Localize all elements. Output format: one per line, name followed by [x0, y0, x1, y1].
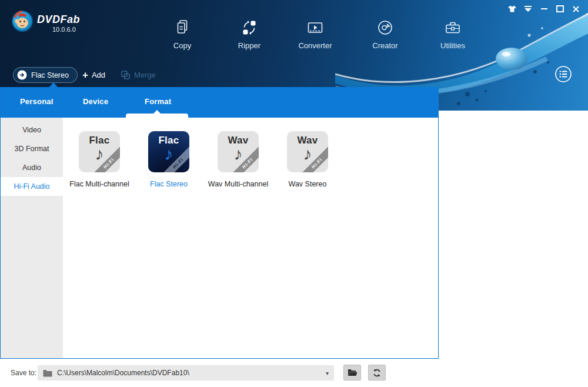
nav-item-utilities[interactable]: Utilities [429, 19, 476, 50]
plus-icon: + [82, 70, 88, 80]
open-folder-icon [348, 369, 358, 376]
format-tile: Wav ♪ HI-FI [218, 131, 259, 172]
refresh-button[interactable] [368, 365, 386, 381]
category-sidebar: Video 3D Format Audio Hi-Fi Audio [1, 118, 63, 358]
maximize-icon[interactable] [556, 5, 564, 13]
save-path-text: C:\Users\Malcolm\Documents\DVDFab10\ [57, 369, 189, 377]
nav-item-creator[interactable]: Creator [362, 19, 409, 50]
merge-button[interactable]: Merge [121, 67, 156, 83]
window-controls [508, 4, 580, 14]
sidebar-item-video[interactable]: Video [1, 121, 63, 139]
utilities-icon [444, 19, 462, 36]
format-label: Flac Multi-channel [65, 180, 134, 188]
tab-format[interactable]: Format [145, 97, 171, 106]
sidebar-item-audio[interactable]: Audio [1, 158, 63, 177]
format-label: Wav Multi-channel [203, 180, 273, 188]
app-version: 10.0.6.0 [37, 26, 80, 33]
copy-icon [173, 19, 191, 36]
merge-icon [121, 70, 131, 80]
tab-personal[interactable]: Personal [20, 97, 54, 106]
format-wav-stereo[interactable]: Wav ♪ HI-FI Wav Stereo [273, 131, 342, 188]
profile-selector-button[interactable]: Flac Stereo [13, 67, 78, 83]
dropdown-menu-icon[interactable] [524, 5, 532, 13]
panel-body: Video 3D Format Audio Hi-Fi Audio Flac ♪… [1, 118, 438, 358]
minimize-icon[interactable] [540, 5, 548, 13]
footer-bar: Save to: C:\Users\Malcolm\Documents\DVDF… [0, 359, 588, 387]
format-flac-stereo[interactable]: Flac ♪ HI-FI Flac Stereo [134, 131, 203, 188]
format-tile: Flac ♪ HI-FI [79, 131, 120, 172]
save-to-label: Save to: [11, 359, 36, 387]
profile-picker-panel: Personal Device Format Video 3D Format A… [0, 87, 439, 359]
nav-label-converter: Converter [292, 41, 339, 50]
panel-anchor-caret [49, 82, 58, 87]
nav-label-utilities: Utilities [429, 41, 476, 50]
creator-icon [376, 19, 394, 36]
add-button-label: Add [92, 71, 105, 79]
panel-tabbar: Personal Device Format [1, 87, 438, 118]
format-wav-multichannel[interactable]: Wav ♪ HI-FI Wav Multi-channel [203, 131, 273, 188]
sidebar-item-3d-format[interactable]: 3D Format [1, 139, 63, 158]
nav-item-converter[interactable]: Converter [292, 19, 339, 50]
profile-selector-label: Flac Stereo [31, 71, 69, 79]
app-logo: DVDFab 10.0.6.0 [11, 9, 80, 33]
active-tab-indicator [126, 114, 188, 118]
format-tile-selected: Flac ♪ HI-FI [148, 131, 189, 172]
close-icon[interactable] [572, 5, 580, 13]
format-tile: Wav ♪ HI-FI [287, 131, 328, 172]
tab-device[interactable]: Device [83, 97, 108, 106]
format-label: Flac Stereo [134, 180, 203, 188]
merge-button-label: Merge [134, 71, 156, 79]
list-view-button[interactable] [554, 65, 573, 84]
nav-item-ripper[interactable]: Ripper [226, 19, 273, 50]
nav-label-copy: Copy [159, 41, 206, 50]
nav-label-ripper: Ripper [226, 41, 273, 50]
save-path-input[interactable]: C:\Users\Malcolm\Documents\DVDFab10\ ▾ [38, 365, 334, 381]
arrow-circle-icon [17, 70, 27, 80]
format-label: Wav Stereo [273, 180, 342, 188]
browse-folder-button[interactable] [343, 365, 361, 381]
nav-label-creator: Creator [362, 41, 409, 50]
folder-icon [43, 369, 52, 377]
format-grid: Flac ♪ HI-FI Flac Multi-channel Flac ♪ H… [65, 131, 342, 188]
format-flac-multichannel[interactable]: Flac ♪ HI-FI Flac Multi-channel [65, 131, 134, 188]
refresh-icon [372, 368, 382, 378]
add-button[interactable]: + Add [82, 67, 105, 83]
nav-item-copy[interactable]: Copy [159, 19, 206, 50]
dropdown-caret-icon[interactable]: ▾ [326, 370, 329, 376]
app-name: DVDFab [37, 14, 80, 25]
logo-text: DVDFab 10.0.6.0 [37, 14, 80, 33]
dvdfab-mascot-icon [11, 9, 34, 33]
sidebar-item-hifi-audio[interactable]: Hi-Fi Audio [1, 177, 63, 196]
list-menu-icon [554, 65, 573, 84]
converter-icon [306, 19, 324, 36]
ripper-icon [240, 19, 258, 36]
skin-icon[interactable] [508, 5, 516, 13]
